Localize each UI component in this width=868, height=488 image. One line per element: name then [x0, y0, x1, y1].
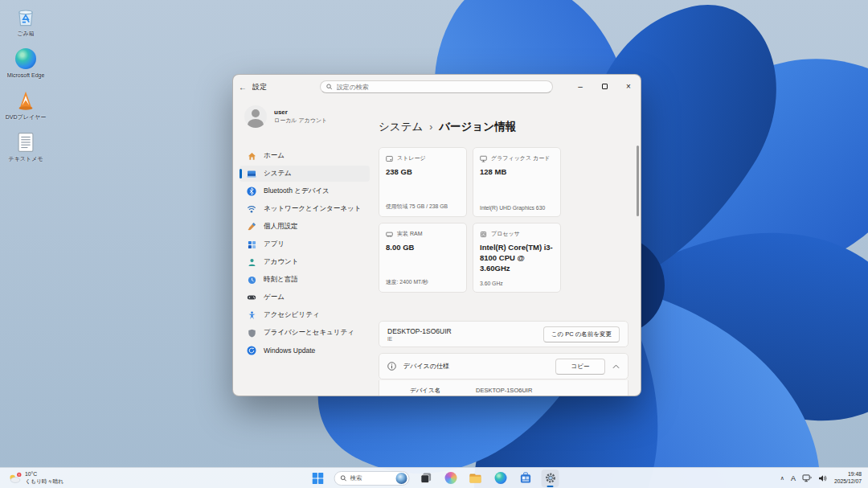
account-name: user [274, 109, 327, 116]
back-button[interactable]: ← [233, 83, 252, 92]
card-title: ストレージ [397, 154, 426, 162]
card-footer: 3.60 GHz [480, 281, 555, 286]
card-title: グラフィックス カード [491, 154, 550, 162]
sidebar-item-label: ホーム [264, 151, 285, 161]
settings-button[interactable] [542, 470, 559, 487]
settings-search-box[interactable] [320, 80, 553, 93]
sidebar-item-personalization[interactable]: 個人用設定 [240, 219, 370, 235]
start-button[interactable] [309, 470, 327, 487]
maximize-icon [602, 84, 608, 89]
taskbar-search-box[interactable] [334, 471, 410, 486]
sidebar-item-label: アプリ [264, 240, 285, 249]
edge-icon [14, 47, 38, 71]
desktop-icon-text-file[interactable]: テキストメモ [3, 130, 48, 162]
clock[interactable]: 19:48 2025/12/07 [834, 471, 862, 485]
cpu-icon [480, 231, 487, 238]
sidebar-item-label: システム [264, 169, 292, 178]
text-file-icon [14, 130, 38, 154]
sidebar-item-system[interactable]: システム [240, 166, 370, 182]
desktop-icon-label: DVDプレイヤー [6, 114, 46, 121]
breadcrumb-parent[interactable]: システム [379, 120, 423, 134]
sidebar-item-privacy-security[interactable]: プライバシーとセキュリティ [240, 325, 370, 341]
sidebar-item-label: アカウント [264, 257, 299, 267]
copilot-icon [444, 472, 457, 484]
taskbar-search-input[interactable] [350, 474, 389, 482]
device-name-panel: DESKTOP-1SO6UIR IE この PC の名前を変更 [379, 321, 628, 347]
sidebar-item-accounts[interactable]: アカウント [240, 254, 370, 270]
settings-search-input[interactable] [337, 84, 547, 91]
rename-pc-button[interactable]: この PC の名前を変更 [543, 326, 620, 342]
sidebar-item-time-language[interactable]: 時刻と言語 [240, 272, 370, 288]
minimize-button[interactable]: – [568, 75, 592, 97]
file-explorer-icon [469, 473, 482, 484]
desktop-icon-edge[interactable]: Microsoft Edge [3, 47, 48, 79]
storage-icon [386, 155, 393, 162]
desktop-icon-label: Microsoft Edge [7, 72, 45, 79]
desktop-icon-dvd-player[interactable]: DVDプレイヤー [3, 88, 48, 121]
window-scrollbar[interactable] [637, 146, 639, 216]
edge-button[interactable] [492, 470, 510, 487]
desktop-icon-recycle-bin[interactable]: ごみ箱 [3, 5, 48, 37]
sidebar-item-windows-update[interactable]: Windows Update [240, 342, 370, 359]
sidebar-item-home[interactable]: ホーム [240, 148, 370, 164]
breadcrumb-separator: › [429, 121, 432, 133]
tray-chevron-icon[interactable]: ∧ [780, 475, 784, 482]
close-button[interactable]: × [616, 75, 641, 97]
card-value: 8.00 GB [386, 243, 460, 253]
card-title: 実装 RAM [397, 230, 423, 238]
sidebar-item-accessibility[interactable]: アクセシビリティ [240, 307, 370, 323]
card-value: 238 GB [386, 167, 460, 178]
device-specs-body: デバイス名 DESKTOP-1SO6UIR プロセッサ Intel(R) Cor… [379, 380, 628, 396]
taskbar: 10°C くもり時々晴れ [0, 467, 868, 488]
weather-widget[interactable]: 10°C くもり時々晴れ [3, 468, 68, 488]
taskbar-center [309, 468, 559, 488]
desktop-icon-label: ごみ箱 [17, 31, 34, 37]
tray-date: 2025/12/07 [834, 478, 862, 485]
bluetooth-icon [247, 187, 256, 196]
volume-icon[interactable] [818, 474, 828, 482]
window-controls: – × [568, 75, 641, 97]
spec-label: デバイス名 [410, 387, 476, 395]
sidebar-item-bluetooth-devices[interactable]: Bluetooth とデバイス [240, 183, 370, 199]
accessibility-icon [247, 310, 256, 320]
sidebar: user ローカル アカウント ホーム システム [233, 99, 376, 396]
store-button[interactable] [517, 470, 534, 487]
sidebar-item-gaming[interactable]: ゲーム [240, 289, 370, 306]
search-highlight-icon [396, 473, 407, 484]
copilot-button[interactable] [442, 470, 460, 487]
file-explorer-button[interactable] [467, 470, 485, 487]
card-footer: 速度: 2400 MT/秒 [386, 278, 461, 286]
windows-start-icon [313, 473, 324, 484]
desktop: ごみ箱 Microsoft Edge DVDプレイヤー [0, 0, 868, 488]
desktop-icon-label: テキストメモ [9, 156, 43, 162]
system-tray: ∧ A 19:48 2025/12/07 [780, 468, 865, 488]
maximize-button[interactable] [592, 75, 616, 97]
account-header[interactable]: user ローカル アカウント [233, 99, 376, 137]
sidebar-item-apps[interactable]: アプリ [240, 236, 370, 252]
copy-button[interactable]: コピー [555, 359, 605, 375]
info-icon [387, 362, 396, 371]
sidebar-item-label: ネットワークとインターネット [264, 204, 361, 214]
window-title: 設定 [252, 82, 267, 92]
vlc-icon [14, 88, 38, 113]
settings-window: ← 設定 – × user ローカル アカウント [232, 74, 641, 396]
main-content: システム › バージョン情報 ストレージ 238 GB 使用領域 75 GB /… [376, 99, 641, 396]
graphics-card: グラフィックス カード 128 MB Intel(R) UHD Graphics… [473, 147, 561, 217]
sidebar-item-label: アクセシビリティ [264, 310, 320, 320]
wifi-icon [247, 204, 256, 214]
card-value: Intel(R) Core(TM) i3-8100 CPU @ 3.60GHz [480, 243, 554, 273]
device-specs-header[interactable]: デバイスの仕様 コピー [379, 353, 628, 379]
sidebar-item-label: ゲーム [264, 293, 285, 302]
sidebar-item-network-internet[interactable]: ネットワークとインターネット [240, 201, 370, 217]
apps-grid-icon [247, 240, 256, 249]
sidebar-item-label: Bluetooth とデバイス [264, 187, 330, 196]
task-view-button[interactable] [417, 470, 435, 487]
recycle-bin-icon [14, 5, 38, 29]
chevron-up-icon[interactable] [612, 364, 620, 369]
ime-indicator[interactable]: A [791, 474, 796, 482]
search-icon [341, 475, 347, 482]
titlebar: ← 設定 – × [233, 75, 641, 99]
store-icon [519, 472, 531, 484]
network-icon[interactable] [802, 474, 812, 482]
weather-condition: くもり時々晴れ [25, 478, 63, 485]
